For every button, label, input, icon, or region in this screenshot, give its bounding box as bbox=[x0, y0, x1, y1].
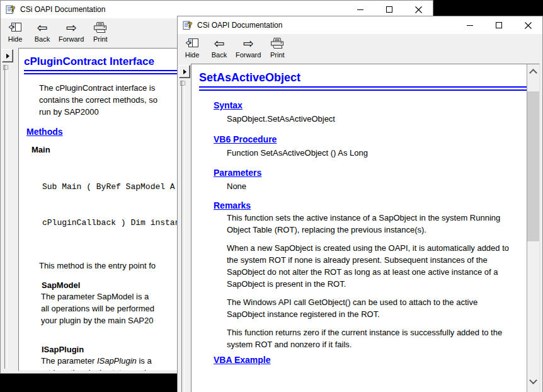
vb6-section-heading[interactable]: VB6 Procedure bbox=[214, 134, 527, 144]
desktop: { "app": { "title": "CSi OAPI Documentat… bbox=[0, 0, 543, 392]
vertical-scrollbar[interactable] bbox=[527, 64, 539, 392]
arrow-right-icon: ⇨ bbox=[243, 36, 254, 51]
remarks-paragraph: This function returns zero if the curren… bbox=[227, 326, 527, 350]
splitter-groove bbox=[4, 65, 8, 369]
show-nav-pane-button[interactable] bbox=[2, 49, 13, 62]
arrow-left-icon: ⇦ bbox=[37, 20, 48, 35]
remarks-line: This function sets the active instance o… bbox=[227, 212, 527, 224]
remarks-line: the system ROT if none is already presen… bbox=[227, 254, 527, 266]
main-area: SetAsActiveObject Syntax SapObject.SetAs… bbox=[178, 64, 542, 392]
print-button[interactable]: Print bbox=[266, 36, 288, 59]
heading-rule bbox=[199, 86, 527, 91]
vb6-body: Function SetAsActiveObject () As Long bbox=[227, 147, 527, 159]
vba-code-block: Sub StartExample() 'dimension variables … bbox=[226, 367, 527, 392]
show-nav-pane-button[interactable] bbox=[179, 65, 190, 78]
parameters-section-heading[interactable]: Parameters bbox=[214, 168, 527, 178]
hide-button[interactable]: Hide bbox=[4, 20, 26, 43]
parameters-body: None bbox=[227, 180, 527, 192]
maximize-icon bbox=[496, 22, 502, 28]
desc-italic-text: ISapPlugin bbox=[97, 356, 137, 366]
remarks-line: SapObject instance registered in the ROT… bbox=[227, 308, 527, 320]
remarks-line: SapObject is present in the ROT. bbox=[227, 278, 527, 290]
remarks-paragraph: When a new SapObject is created using th… bbox=[227, 242, 527, 290]
print-button[interactable]: Print bbox=[89, 20, 111, 43]
minimize-icon bbox=[467, 25, 473, 26]
desc-text: is a bbox=[137, 356, 152, 366]
syntax-body: SapObject.SetAsActiveObject bbox=[227, 113, 527, 125]
back-button[interactable]: ⇦ Back bbox=[31, 20, 53, 43]
close-button[interactable] bbox=[513, 16, 542, 34]
right-triangle-icon bbox=[183, 69, 186, 74]
syntax-section-heading[interactable]: Syntax bbox=[214, 100, 527, 110]
back-button[interactable]: ⇦ Back bbox=[209, 36, 230, 59]
remarks-line: Object Table (ROT), replacing the previo… bbox=[227, 224, 527, 236]
svg-text:?: ? bbox=[188, 20, 193, 30]
nav-strip bbox=[178, 64, 191, 392]
toolbar: Hide ⇦ Back ⇨ Forward Print bbox=[178, 34, 542, 64]
minimize-icon bbox=[357, 9, 363, 10]
remarks-paragraph: The Windows API call GetObject() can be … bbox=[227, 296, 527, 320]
vba-example-section-heading[interactable]: VBA Example bbox=[214, 355, 527, 365]
forward-button-label: Forward bbox=[236, 51, 261, 59]
close-icon bbox=[415, 6, 422, 13]
maximize-icon bbox=[386, 6, 392, 13]
topic-content: SetAsActiveObject Syntax SapObject.SetAs… bbox=[191, 64, 527, 392]
back-button-label: Back bbox=[35, 35, 50, 43]
forward-button[interactable]: ⇨ Forward bbox=[236, 36, 261, 59]
svg-text:?: ? bbox=[11, 4, 16, 14]
hide-button[interactable]: Hide bbox=[181, 36, 203, 59]
hide-panel-icon bbox=[185, 36, 199, 51]
arrow-left-icon: ⇦ bbox=[214, 36, 225, 51]
forward-button[interactable]: ⇨ Forward bbox=[59, 20, 84, 43]
minimize-button[interactable] bbox=[455, 16, 484, 34]
remarks-section-heading[interactable]: Remarks bbox=[214, 200, 527, 210]
chevron-down-icon[interactable] bbox=[529, 376, 537, 384]
remarks-line: This function returns zero if the curren… bbox=[227, 326, 527, 338]
hide-button-label: Hide bbox=[8, 35, 23, 43]
splitter-groove bbox=[181, 81, 185, 392]
remarks-line: The Windows API call GetObject() can be … bbox=[227, 296, 527, 308]
forward-button-label: Forward bbox=[59, 35, 84, 43]
printer-icon bbox=[93, 20, 108, 35]
remarks-paragraph: This function sets the active instance o… bbox=[227, 212, 527, 236]
close-icon bbox=[525, 22, 532, 29]
maximize-button[interactable] bbox=[484, 16, 513, 34]
help-window-front: ? CSi OAPI Documentation Hid bbox=[177, 16, 543, 392]
topic-pane: SetAsActiveObject Syntax SapObject.SetAs… bbox=[191, 64, 540, 392]
topic-heading: SetAsActiveObject bbox=[199, 71, 527, 84]
help-document-question-icon: ? bbox=[183, 20, 193, 30]
window-title: CSi OAPI Documentation bbox=[20, 5, 346, 14]
nav-strip bbox=[1, 48, 18, 371]
hide-button-label: Hide bbox=[185, 51, 200, 59]
titlebar: ? CSi OAPI Documentation bbox=[178, 16, 542, 34]
print-button-label: Print bbox=[93, 35, 108, 43]
printer-icon bbox=[270, 36, 285, 51]
arrow-right-icon: ⇨ bbox=[66, 20, 77, 35]
hide-panel-icon bbox=[8, 20, 22, 35]
help-document-question-icon: ? bbox=[6, 4, 16, 14]
chevron-up-icon[interactable] bbox=[529, 69, 537, 77]
remarks-line: SapObject do not alter the ROT as long a… bbox=[227, 266, 527, 278]
desc-text: The parameter bbox=[41, 356, 97, 366]
remarks-line: system ROT and nonzero if it fails. bbox=[227, 338, 527, 350]
print-button-label: Print bbox=[270, 51, 285, 59]
remarks-line: When a new SapObject is created using th… bbox=[227, 242, 527, 254]
back-button-label: Back bbox=[212, 51, 227, 59]
right-triangle-icon bbox=[6, 54, 9, 59]
scrollbar-thumb[interactable] bbox=[527, 91, 539, 241]
window-title: CSi OAPI Documentation bbox=[197, 21, 455, 30]
